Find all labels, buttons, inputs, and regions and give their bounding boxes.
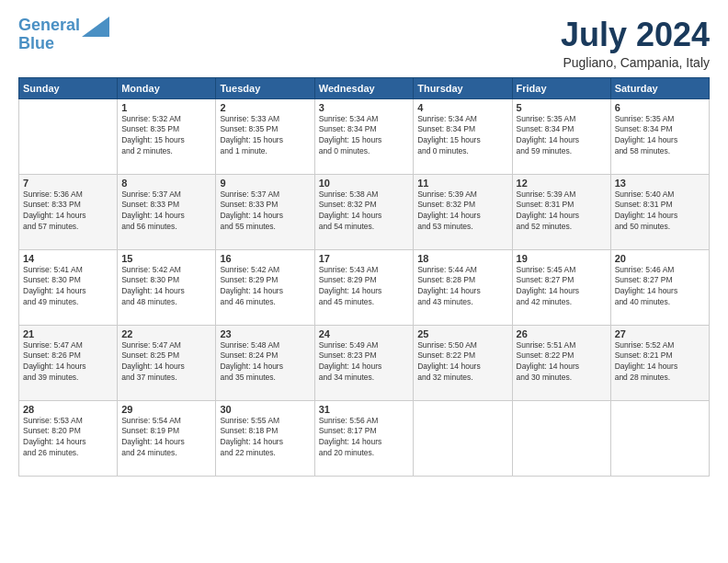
day-info: Sunrise: 5:53 AM Sunset: 8:20 PM Dayligh… <box>23 416 113 460</box>
day-info: Sunrise: 5:55 AM Sunset: 8:18 PM Dayligh… <box>220 416 310 460</box>
header-tuesday: Tuesday <box>216 77 314 98</box>
calendar-cell: 6Sunrise: 5:35 AM Sunset: 8:34 PM Daylig… <box>610 98 709 174</box>
header-monday: Monday <box>118 77 216 98</box>
calendar-cell: 29Sunrise: 5:54 AM Sunset: 8:19 PM Dayli… <box>118 400 216 476</box>
calendar-cell: 11Sunrise: 5:39 AM Sunset: 8:32 PM Dayli… <box>414 174 512 249</box>
calendar-cell: 26Sunrise: 5:51 AM Sunset: 8:22 PM Dayli… <box>512 325 610 400</box>
day-number: 22 <box>121 328 211 339</box>
header-sunday: Sunday <box>19 77 118 98</box>
calendar-cell: 1Sunrise: 5:32 AM Sunset: 8:35 PM Daylig… <box>118 98 216 174</box>
calendar-cell: 24Sunrise: 5:49 AM Sunset: 8:23 PM Dayli… <box>314 325 413 400</box>
day-number: 21 <box>23 328 113 339</box>
day-number: 7 <box>23 178 113 189</box>
calendar-cell: 25Sunrise: 5:50 AM Sunset: 8:22 PM Dayli… <box>414 325 512 400</box>
day-info: Sunrise: 5:41 AM Sunset: 8:30 PM Dayligh… <box>23 265 113 309</box>
calendar-cell: 30Sunrise: 5:55 AM Sunset: 8:18 PM Dayli… <box>216 400 314 476</box>
calendar-week-3: 14Sunrise: 5:41 AM Sunset: 8:30 PM Dayli… <box>19 249 710 325</box>
day-info: Sunrise: 5:37 AM Sunset: 8:33 PM Dayligh… <box>220 190 310 234</box>
day-number: 26 <box>517 328 607 339</box>
day-number: 3 <box>319 102 409 113</box>
day-number: 25 <box>417 328 507 339</box>
day-info: Sunrise: 5:50 AM Sunset: 8:22 PM Dayligh… <box>417 340 507 385</box>
day-number: 20 <box>615 253 705 264</box>
day-info: Sunrise: 5:44 AM Sunset: 8:28 PM Dayligh… <box>417 265 507 309</box>
calendar-cell: 12Sunrise: 5:39 AM Sunset: 8:31 PM Dayli… <box>512 174 610 249</box>
day-info: Sunrise: 5:52 AM Sunset: 8:21 PM Dayligh… <box>615 340 705 385</box>
calendar-cell: 16Sunrise: 5:42 AM Sunset: 8:29 PM Dayli… <box>216 249 314 325</box>
header-wednesday: Wednesday <box>314 77 413 98</box>
logo-general: General <box>18 16 80 34</box>
day-number: 30 <box>220 404 310 415</box>
day-info: Sunrise: 5:46 AM Sunset: 8:27 PM Dayligh… <box>615 265 705 309</box>
day-number: 15 <box>121 253 211 264</box>
calendar-cell <box>512 400 610 476</box>
day-number: 9 <box>220 178 310 189</box>
page: General Blue July 2024 Pugliano, Campani… <box>0 0 728 563</box>
title-block: July 2024 Pugliano, Campania, Italy <box>561 17 710 70</box>
header-thursday: Thursday <box>414 77 512 98</box>
day-number: 31 <box>319 404 409 415</box>
day-info: Sunrise: 5:39 AM Sunset: 8:31 PM Dayligh… <box>517 190 607 234</box>
day-info: Sunrise: 5:49 AM Sunset: 8:23 PM Dayligh… <box>319 340 409 385</box>
calendar-cell: 3Sunrise: 5:34 AM Sunset: 8:34 PM Daylig… <box>314 98 413 174</box>
svg-marker-0 <box>82 17 109 37</box>
day-info: Sunrise: 5:36 AM Sunset: 8:33 PM Dayligh… <box>23 190 113 234</box>
calendar-cell: 7Sunrise: 5:36 AM Sunset: 8:33 PM Daylig… <box>19 174 118 249</box>
calendar-cell: 14Sunrise: 5:41 AM Sunset: 8:30 PM Dayli… <box>19 249 118 325</box>
weekday-header-row: Sunday Monday Tuesday Wednesday Thursday… <box>19 77 710 98</box>
day-info: Sunrise: 5:47 AM Sunset: 8:25 PM Dayligh… <box>121 340 211 385</box>
calendar-cell: 13Sunrise: 5:40 AM Sunset: 8:31 PM Dayli… <box>610 174 709 249</box>
day-number: 29 <box>121 404 211 415</box>
day-number: 8 <box>121 178 211 189</box>
header: General Blue July 2024 Pugliano, Campani… <box>18 17 710 70</box>
day-number: 14 <box>23 253 113 264</box>
day-number: 11 <box>417 178 507 189</box>
day-info: Sunrise: 5:47 AM Sunset: 8:26 PM Dayligh… <box>23 340 113 385</box>
day-number: 1 <box>121 102 211 113</box>
day-info: Sunrise: 5:42 AM Sunset: 8:30 PM Dayligh… <box>121 265 211 309</box>
calendar-table: Sunday Monday Tuesday Wednesday Thursday… <box>18 77 710 477</box>
day-info: Sunrise: 5:33 AM Sunset: 8:35 PM Dayligh… <box>220 114 310 158</box>
calendar-cell: 5Sunrise: 5:35 AM Sunset: 8:34 PM Daylig… <box>512 98 610 174</box>
day-number: 13 <box>615 178 705 189</box>
day-info: Sunrise: 5:56 AM Sunset: 8:17 PM Dayligh… <box>319 416 409 460</box>
calendar-cell: 15Sunrise: 5:42 AM Sunset: 8:30 PM Dayli… <box>118 249 216 325</box>
day-number: 5 <box>517 102 607 113</box>
header-friday: Friday <box>512 77 610 98</box>
day-number: 17 <box>319 253 409 264</box>
day-info: Sunrise: 5:35 AM Sunset: 8:34 PM Dayligh… <box>615 114 705 158</box>
day-info: Sunrise: 5:45 AM Sunset: 8:27 PM Dayligh… <box>517 265 607 309</box>
day-info: Sunrise: 5:34 AM Sunset: 8:34 PM Dayligh… <box>319 114 409 158</box>
day-number: 10 <box>319 178 409 189</box>
day-number: 28 <box>23 404 113 415</box>
day-info: Sunrise: 5:32 AM Sunset: 8:35 PM Dayligh… <box>121 114 211 158</box>
day-info: Sunrise: 5:34 AM Sunset: 8:34 PM Dayligh… <box>417 114 507 158</box>
day-number: 27 <box>615 328 705 339</box>
logo-icon <box>82 17 109 37</box>
calendar-cell <box>610 400 709 476</box>
day-info: Sunrise: 5:54 AM Sunset: 8:19 PM Dayligh… <box>121 416 211 460</box>
day-info: Sunrise: 5:40 AM Sunset: 8:31 PM Dayligh… <box>615 190 705 234</box>
calendar-cell: 9Sunrise: 5:37 AM Sunset: 8:33 PM Daylig… <box>216 174 314 249</box>
calendar-cell <box>414 400 512 476</box>
calendar-cell: 22Sunrise: 5:47 AM Sunset: 8:25 PM Dayli… <box>118 325 216 400</box>
day-number: 2 <box>220 102 310 113</box>
calendar-week-1: 1Sunrise: 5:32 AM Sunset: 8:35 PM Daylig… <box>19 98 710 174</box>
day-number: 18 <box>417 253 507 264</box>
calendar-cell: 2Sunrise: 5:33 AM Sunset: 8:35 PM Daylig… <box>216 98 314 174</box>
day-info: Sunrise: 5:37 AM Sunset: 8:33 PM Dayligh… <box>121 190 211 234</box>
day-info: Sunrise: 5:43 AM Sunset: 8:29 PM Dayligh… <box>319 265 409 309</box>
calendar-week-2: 7Sunrise: 5:36 AM Sunset: 8:33 PM Daylig… <box>19 174 710 249</box>
day-info: Sunrise: 5:51 AM Sunset: 8:22 PM Dayligh… <box>517 340 607 385</box>
calendar-cell: 20Sunrise: 5:46 AM Sunset: 8:27 PM Dayli… <box>610 249 709 325</box>
month-title: July 2024 <box>561 17 710 53</box>
day-number: 12 <box>517 178 607 189</box>
calendar-cell: 21Sunrise: 5:47 AM Sunset: 8:26 PM Dayli… <box>19 325 118 400</box>
location: Pugliano, Campania, Italy <box>561 55 710 70</box>
calendar-cell: 23Sunrise: 5:48 AM Sunset: 8:24 PM Dayli… <box>216 325 314 400</box>
day-number: 23 <box>220 328 310 339</box>
logo: General Blue <box>18 17 109 53</box>
day-info: Sunrise: 5:42 AM Sunset: 8:29 PM Dayligh… <box>220 265 310 309</box>
logo-blue: Blue <box>18 34 54 52</box>
day-number: 16 <box>220 253 310 264</box>
